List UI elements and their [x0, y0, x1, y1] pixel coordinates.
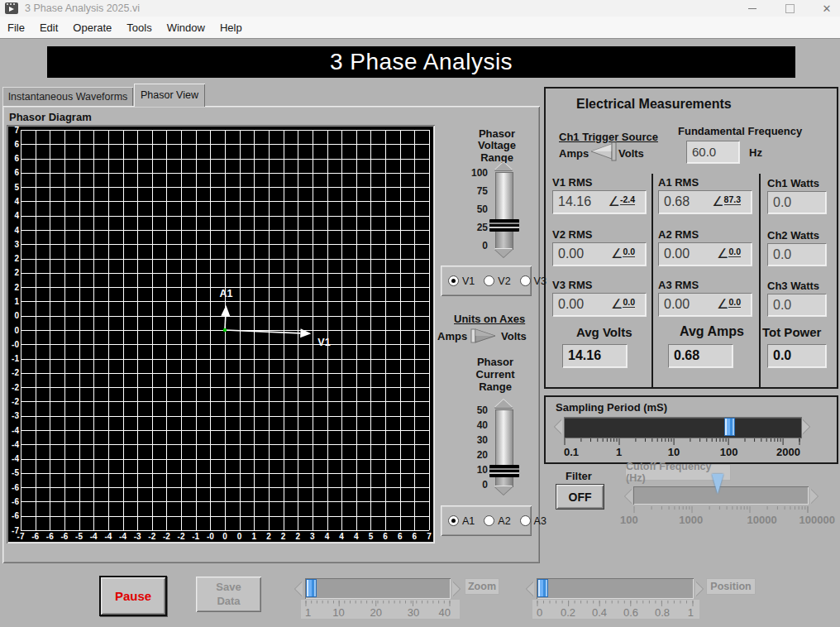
svg-text:-0: -0: [207, 532, 214, 541]
a2-rms-label: A2 RMS: [658, 228, 699, 241]
zoom-ticks: [305, 601, 451, 606]
sampling-tick-0.1: 0.1: [564, 446, 579, 458]
cutoff-decrement-arrow[interactable]: [625, 489, 632, 504]
svg-text:-3: -3: [12, 411, 19, 420]
current-range-title-line2: Current: [456, 369, 535, 381]
radio-a3-dot[interactable]: [520, 515, 531, 526]
radio-a1-label: A1: [462, 515, 475, 527]
sampling-increment-arrow[interactable]: [802, 419, 809, 434]
svg-text:-6: -6: [12, 511, 19, 520]
cutoff-tick-100: 100: [620, 514, 638, 526]
menu-window[interactable]: Window: [160, 22, 212, 34]
v1-rms-angle-value: -2.4: [620, 194, 635, 205]
svg-text:2: 2: [14, 254, 19, 263]
filter-off-button[interactable]: OFF: [556, 485, 604, 509]
svg-text:-2: -2: [148, 532, 155, 541]
sampling-slider-track[interactable]: [564, 417, 802, 438]
svg-text:-3: -3: [134, 532, 141, 541]
position-slider-handle[interactable]: [537, 579, 548, 597]
tab-phasor-view[interactable]: Phasor View: [134, 84, 205, 107]
labview-app-icon: [5, 2, 18, 14]
radio-v3-label: V3: [534, 275, 546, 287]
v2-rms-value: 0.00: [558, 246, 584, 261]
voltage-slider-decrement-arrow[interactable]: [494, 249, 513, 257]
current-scale-10: 10: [477, 464, 488, 476]
a3-rms-label: A3 RMS: [658, 279, 699, 291]
svg-text:7: 7: [14, 127, 19, 135]
pause-button[interactable]: Pause: [101, 577, 165, 615]
position-tick-labels: 0 0.2 0.4 0.6 0.8 1: [537, 606, 694, 618]
svg-text:6: 6: [383, 532, 388, 541]
zoom-tick-10: 10: [332, 606, 344, 619]
radio-a3[interactable]: A3: [520, 515, 546, 527]
current-slider-decrement-arrow[interactable]: [494, 486, 513, 495]
radio-v2-dot[interactable]: [484, 275, 494, 286]
minimize-icon[interactable]: [739, 0, 766, 17]
sampling-decrement-arrow[interactable]: [555, 419, 562, 434]
cutoff-increment-arrow[interactable]: [810, 489, 818, 504]
menu-edit[interactable]: Edit: [32, 22, 65, 34]
trigger-source-switch[interactable]: [587, 141, 617, 161]
svg-text:2: 2: [14, 283, 19, 292]
cutoff-slider-pointer[interactable]: [712, 474, 723, 494]
zoom-slider-track[interactable]: [305, 578, 451, 599]
a2-rms-angle-value: 0.0: [728, 246, 741, 257]
voltage-slider-increment-arrow[interactable]: [494, 162, 513, 170]
current-slider-increment-arrow[interactable]: [494, 400, 513, 408]
zoom-slider-handle[interactable]: [306, 579, 317, 597]
radio-v1-dot[interactable]: [448, 275, 459, 286]
angle-icon: ∠: [717, 299, 728, 310]
svg-text:-6: -6: [60, 532, 68, 541]
maximize-icon[interactable]: [776, 0, 803, 17]
current-range-scale: 50 40 30 20 10 0: [460, 404, 488, 491]
zoom-decrement-arrow[interactable]: [295, 582, 303, 596]
radio-v2[interactable]: V2: [484, 275, 510, 287]
svg-text:-1: -1: [12, 354, 19, 363]
current-scale-50: 50: [477, 404, 488, 416]
menu-bar: File Edit Operate Tools Window Help: [0, 17, 840, 39]
radio-v3-dot[interactable]: [520, 275, 531, 286]
radio-v3[interactable]: V3: [520, 275, 546, 287]
radio-a2-dot[interactable]: [484, 515, 494, 526]
current-slider-track[interactable]: [495, 409, 513, 487]
phasor-diagram-label: Phasor Diagram: [9, 111, 92, 123]
tot-power-label: Tot Power: [762, 325, 821, 339]
radio-a1-dot[interactable]: [448, 515, 459, 526]
radio-a2[interactable]: A2: [484, 515, 510, 527]
menu-file[interactable]: File: [0, 22, 32, 34]
a2-rms-angle: ∠0.0: [717, 248, 741, 260]
save-data-button[interactable]: Save Data: [196, 577, 261, 612]
radio-v1[interactable]: V1: [448, 275, 475, 287]
v1-rms-display: 14.16 ∠-2.4: [552, 190, 646, 213]
svg-text:-2: -2: [12, 397, 19, 406]
current-slider-handle[interactable]: [489, 465, 519, 477]
v3-rms-label: V3 RMS: [552, 279, 592, 291]
filter-off-button-label: OFF: [569, 491, 592, 504]
position-tick-0.8: 0.8: [655, 606, 670, 619]
v3-rms-value: 0.00: [558, 297, 584, 312]
menu-help[interactable]: Help: [212, 22, 250, 34]
sampling-period-label: Sampling Period (mS): [556, 401, 667, 414]
tab-instantaneous-waveforms[interactable]: Instantaneous Waveforms: [2, 87, 133, 107]
svg-text:-4: -4: [119, 532, 126, 541]
menu-operate[interactable]: Operate: [65, 22, 119, 34]
sampling-slider-handle[interactable]: [724, 418, 735, 436]
ch1-watts-label: Ch1 Watts: [767, 177, 819, 189]
svg-text:0: 0: [14, 311, 19, 320]
voltage-slider-track[interactable]: [495, 172, 513, 250]
a1-rms-value: 0.68: [664, 194, 690, 209]
radio-a1[interactable]: A1: [448, 515, 475, 527]
close-icon[interactable]: ✕: [814, 0, 840, 17]
units-switch[interactable]: [470, 327, 499, 345]
v3-rms-display: 0.00 ∠0.0: [552, 293, 646, 316]
frequency-input[interactable]: 60.0: [686, 141, 739, 163]
position-increment-arrow[interactable]: [695, 582, 703, 596]
angle-icon: ∠: [717, 248, 728, 260]
zoom-increment-arrow[interactable]: [452, 582, 460, 596]
position-slider-track[interactable]: [537, 578, 694, 599]
avg-volts-label: Avg Volts: [576, 325, 632, 339]
position-decrement-arrow[interactable]: [527, 582, 534, 596]
menu-tools[interactable]: Tools: [119, 22, 159, 34]
voltage-slider-handle[interactable]: [489, 219, 519, 232]
position-tick-0.6: 0.6: [623, 606, 638, 619]
